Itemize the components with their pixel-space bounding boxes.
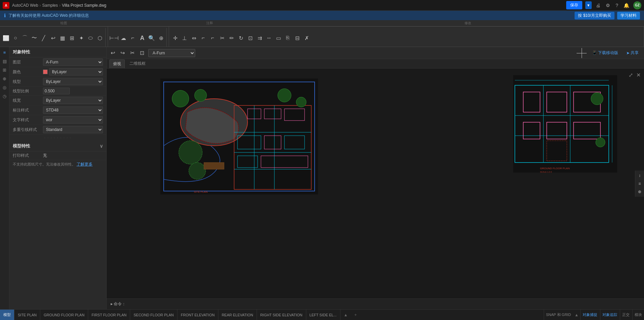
ellipse-tool[interactable]: ⬭	[86, 33, 95, 43]
move-tool[interactable]: ✛	[170, 33, 180, 43]
top-bar: A AutoCAD Web › Samples › Villa Project …	[0, 0, 644, 11]
tab-site[interactable]: SITE PLAN	[14, 310, 40, 320]
tab-ground[interactable]: GROUND FLOOR PLAN	[40, 310, 88, 320]
model-props-collapse[interactable]: ∨	[100, 143, 103, 149]
tab-right[interactable]: RIGHT SIDE ELEVATION	[257, 310, 306, 320]
status-object-trace[interactable]: 对象追踪	[600, 310, 619, 320]
svg-point-13	[179, 141, 202, 164]
maximize-button[interactable]: ⤢	[628, 71, 634, 79]
tab-up-arrow[interactable]: ▲	[340, 313, 351, 317]
trim-tool[interactable]: ✂	[217, 33, 227, 43]
tab-add[interactable]: +	[351, 313, 360, 317]
fillet-tool[interactable]: ⌐	[199, 33, 208, 43]
sidebar-item-properties[interactable]: ≡	[1, 48, 9, 56]
breadcrumb-sep2: ›	[59, 3, 61, 8]
cloud-tool[interactable]: ☁	[119, 33, 128, 43]
layer-dropdown[interactable]: A-Furn	[148, 49, 195, 57]
tab-front[interactable]: FRONT ELEVATION	[177, 310, 218, 320]
stretch-tool[interactable]: ▭	[274, 33, 283, 43]
undo-draw-tool[interactable]: ↩	[48, 33, 58, 43]
save-dropdown-button[interactable]: ▾	[585, 1, 592, 9]
view-tab-2d[interactable]: 二维线框	[126, 59, 149, 68]
model-properties-title: 模型特性 ∨	[9, 141, 106, 151]
status-snap-arrow[interactable]: ▲	[574, 313, 580, 317]
dimension-tool[interactable]: ⊢⊣	[109, 33, 119, 43]
drawing-canvas[interactable]: SITE PLAN SCALE 1:2-0	[107, 68, 644, 299]
share-button[interactable]: ➤ 共享	[624, 49, 641, 57]
offset-tool[interactable]: ⇉	[255, 33, 264, 43]
prop-linetype-select[interactable]: ByLayer	[43, 78, 103, 85]
prop-row-linetype: 线型 ByLayer	[9, 77, 106, 87]
explode-tool[interactable]: ✗	[302, 33, 311, 43]
tab-model[interactable]: 模型	[0, 310, 14, 320]
sidebar-item-layers[interactable]: ▤	[1, 57, 9, 65]
tab-rear[interactable]: REAR ELEVATION	[218, 310, 257, 320]
line-tool[interactable]: ╱	[39, 33, 48, 43]
window-controls: ⤢ ✕	[628, 71, 641, 79]
sidebar-item-blocks[interactable]: ⊞	[1, 66, 9, 74]
prop-dimstyle-select[interactable]: STD48	[43, 106, 103, 114]
scale-tool[interactable]: ⊡	[246, 33, 255, 43]
find-tool[interactable]: 🔍	[147, 33, 156, 43]
tab-left[interactable]: LEFT SIDE EL...	[306, 310, 340, 320]
learn-more-link[interactable]: 了解更多	[76, 162, 93, 167]
polyline-tool[interactable]: 〜	[30, 33, 39, 43]
redo-button[interactable]: ↪	[119, 48, 126, 57]
extend-tool[interactable]: ↔	[264, 33, 274, 43]
array-tool[interactable]: ⊞	[67, 33, 76, 43]
prop-lineweight-select[interactable]: ByLayer	[43, 97, 103, 104]
status-model[interactable]: 模块	[632, 310, 644, 320]
tab-second[interactable]: SECOND FLOOR PLAN	[130, 310, 177, 320]
svg-point-11	[278, 89, 291, 102]
save-button[interactable]: 保存	[566, 1, 582, 9]
sidebar-item-external[interactable]: ⊕	[1, 75, 9, 83]
settings-button[interactable]: ⚙	[604, 1, 611, 9]
right-tool-3[interactable]: ⊕	[637, 188, 643, 195]
prop-row-color: 颜色 ByLayer	[9, 67, 106, 77]
search-tool[interactable]: ⊕	[156, 33, 166, 43]
right-tool-2[interactable]: ≡	[637, 180, 643, 187]
mirror-tool[interactable]: ⇔	[189, 33, 199, 43]
sidebar-item-trace[interactable]: ◎	[1, 83, 9, 91]
point-tool[interactable]: ✦	[76, 33, 86, 43]
info-icon: ℹ	[4, 13, 6, 18]
text-tool[interactable]: A	[138, 33, 147, 43]
buy-button[interactable]: 按 $10/月立即购买	[575, 12, 614, 19]
align-tool[interactable]: ⊥	[180, 33, 189, 43]
prop-textstyle-select[interactable]: wor	[43, 116, 103, 124]
notification-button[interactable]: 🔔	[622, 1, 631, 9]
leader-tool[interactable]: ⌐	[128, 33, 138, 43]
close-canvas-button[interactable]: ✕	[636, 71, 641, 79]
sidebar-item-activity[interactable]: ◷	[1, 92, 9, 100]
viewport-button[interactable]: ⊡	[139, 48, 146, 57]
command-input[interactable]	[128, 302, 640, 307]
rotate-tool[interactable]: ↻	[236, 33, 246, 43]
undo-button[interactable]: ↩	[109, 48, 116, 57]
help-button[interactable]: ?	[614, 1, 620, 9]
scissors-button[interactable]: ✂	[129, 48, 136, 57]
right-tool-1[interactable]: ↕	[637, 172, 643, 179]
circle-tool[interactable]: ○	[11, 33, 20, 43]
pedit-tool[interactable]: ✏	[227, 33, 236, 43]
prop-mleader-select[interactable]: Standard	[43, 126, 103, 133]
status-orthogonal[interactable]: 正交	[620, 310, 632, 320]
prop-linescale-input[interactable]	[43, 88, 70, 94]
status-object-snap[interactable]: 对象捕捉	[580, 310, 599, 320]
download-mobile-button[interactable]: 📱 下载移动版	[589, 49, 621, 57]
rectangle-tool[interactable]: ⬜	[1, 33, 11, 43]
status-snap-grid[interactable]: SNAP 和 GRID	[544, 310, 573, 320]
view-tab-top[interactable]: 俯视	[109, 59, 125, 68]
tab-first[interactable]: FIRST FLOOR PLAN	[88, 310, 130, 320]
print-button[interactable]: 🖨	[594, 1, 602, 9]
array-modify-tool[interactable]: ⊟	[292, 33, 302, 43]
hatch-tool[interactable]: ▦	[58, 33, 67, 43]
learn-button[interactable]: 学习材料	[617, 12, 640, 19]
user-avatar[interactable]: GZ	[633, 1, 641, 9]
copy-tool[interactable]: ⎘	[283, 33, 292, 43]
prop-color-select[interactable]: ByLayer	[49, 68, 103, 76]
prop-dimstyle-label: 标注样式	[13, 107, 43, 113]
arc-tool[interactable]: ⌒	[20, 33, 30, 43]
chamfer-tool[interactable]: ⌐	[208, 33, 217, 43]
prop-layer-select[interactable]: A-Furn	[43, 58, 103, 66]
polygon-tool[interactable]: ⬡	[95, 33, 105, 43]
